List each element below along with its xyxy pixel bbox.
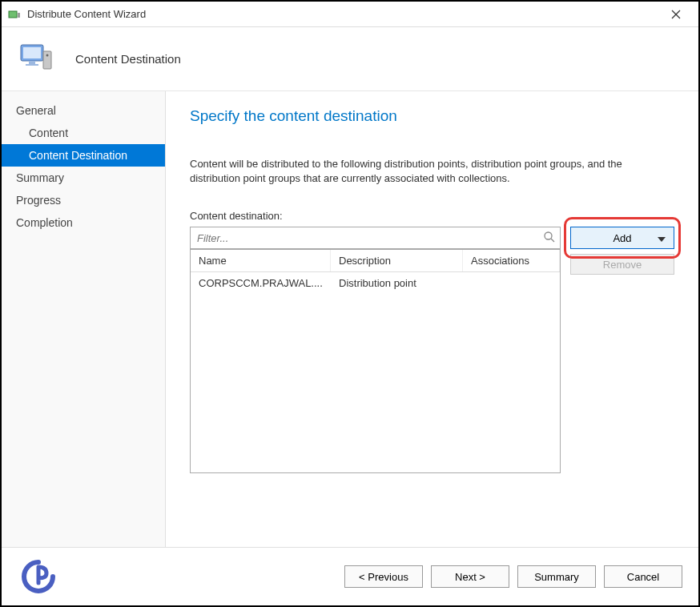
window-title: Distribute Content Wizard [27, 8, 660, 20]
table-header: Name Description Associations [191, 250, 560, 272]
add-button[interactable]: Add [570, 227, 674, 249]
next-button[interactable]: Next > [431, 565, 509, 588]
titlebar: Distribute Content Wizard [2, 2, 698, 27]
app-icon [8, 8, 21, 21]
cell-associations [463, 272, 560, 294]
remove-button: Remove [570, 254, 674, 275]
filter-input[interactable] [190, 227, 561, 249]
footer: < Previous Next > Summary Cancel [2, 547, 698, 605]
svg-rect-1 [18, 13, 20, 18]
sidebar-item-content[interactable]: Content [2, 122, 165, 144]
svg-marker-12 [658, 237, 666, 242]
svg-point-10 [545, 232, 552, 239]
description-text: Content will be distributed to the follo… [190, 157, 646, 186]
sidebar: General Content Content Destination Summ… [2, 91, 166, 547]
col-associations[interactable]: Associations [463, 250, 560, 271]
main-panel: Specify the content destination Content … [166, 91, 698, 547]
svg-rect-8 [43, 51, 51, 69]
content-destination-label: Content destination: [190, 210, 674, 222]
col-name[interactable]: Name [191, 250, 331, 271]
cell-name: CORPSCCM.PRAJWAL.... [191, 272, 331, 294]
svg-rect-6 [29, 61, 35, 64]
svg-rect-0 [9, 11, 17, 18]
destination-table: Name Description Associations CORPSCCM.P… [190, 249, 561, 473]
cancel-button[interactable]: Cancel [604, 565, 682, 588]
brand-logo [21, 559, 56, 594]
page-title: Specify the content destination [190, 107, 674, 125]
cell-description: Distribution point [331, 272, 463, 294]
header-title: Content Destination [75, 52, 181, 66]
summary-button[interactable]: Summary [517, 565, 596, 588]
svg-point-9 [46, 54, 49, 56]
sidebar-item-completion[interactable]: Completion [2, 211, 165, 234]
svg-rect-7 [26, 64, 38, 66]
add-button-label: Add [613, 232, 631, 244]
table-row[interactable]: CORPSCCM.PRAJWAL.... Distribution point [191, 272, 560, 294]
chevron-down-icon [658, 232, 666, 244]
sidebar-item-general[interactable]: General [2, 99, 165, 122]
sidebar-item-progress[interactable]: Progress [2, 189, 165, 211]
wizard-window: Distribute Content Wizard Content Destin… [0, 0, 700, 607]
search-icon[interactable] [543, 231, 556, 243]
sidebar-item-content-destination[interactable]: Content Destination [2, 144, 165, 167]
previous-button[interactable]: < Previous [344, 565, 423, 588]
sidebar-item-summary[interactable]: Summary [2, 167, 165, 189]
col-description[interactable]: Description [331, 250, 463, 271]
svg-rect-5 [23, 47, 41, 58]
header: Content Destination [2, 27, 698, 91]
svg-line-11 [551, 239, 554, 242]
close-button[interactable] [660, 3, 692, 26]
computer-icon [18, 40, 56, 78]
